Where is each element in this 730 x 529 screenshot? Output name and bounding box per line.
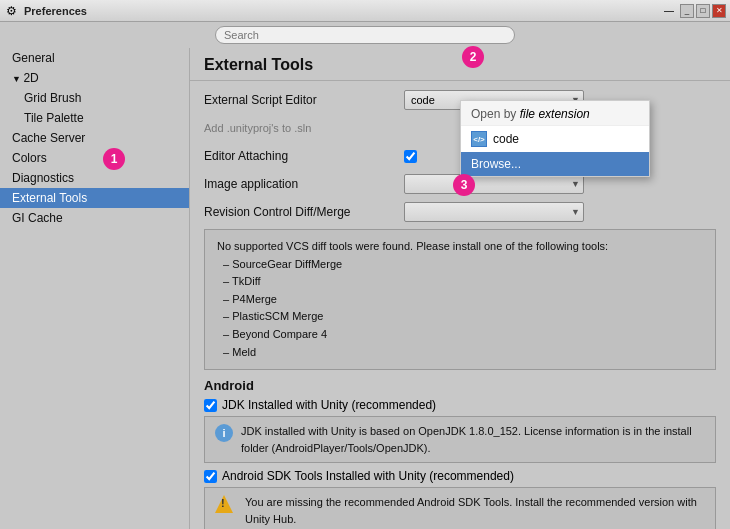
- vcs-message-box: No supported VCS diff tools were found. …: [204, 229, 716, 370]
- editor-attaching-checkbox[interactable]: [404, 150, 417, 163]
- maximize-button[interactable]: □: [696, 4, 710, 18]
- image-app-dropdown[interactable]: [404, 174, 584, 194]
- minimize-icon: —: [664, 5, 674, 16]
- add-unityprojsln-label: Add .unityproj's to .sln: [204, 122, 404, 134]
- jdk-info-box: i JDK installed with Unity is based on O…: [204, 416, 716, 463]
- sidebar-item-general[interactable]: General: [0, 48, 189, 68]
- sdk-info-box: You are missing the recommended Android …: [204, 487, 716, 529]
- main-layout: General 2D Grid Brush Tile Palette Cache…: [0, 48, 730, 529]
- jdk-info-text: JDK installed with Unity is based on Ope…: [241, 423, 705, 456]
- jdk-checkbox-label: JDK Installed with Unity (recommended): [222, 398, 436, 412]
- sdk-checkbox[interactable]: [204, 470, 217, 483]
- editor-attaching-label: Editor Attaching: [204, 149, 404, 163]
- window-icon: ⚙: [6, 4, 20, 18]
- external-script-editor-label: External Script Editor: [204, 93, 404, 107]
- sidebar-item-cache-server[interactable]: Cache Server: [0, 128, 189, 148]
- sidebar-item-colors[interactable]: Colors: [0, 148, 189, 168]
- search-bar: [0, 22, 730, 48]
- window-controls: — _ □ ✕: [664, 4, 726, 18]
- revision-control-label: Revision Control Diff/Merge: [204, 205, 404, 219]
- close-button[interactable]: ✕: [712, 4, 726, 18]
- dropdown-popup: Open by file extension </> code Browse..…: [460, 100, 650, 177]
- sidebar-item-2d[interactable]: 2D: [0, 68, 189, 88]
- revision-control-control: ▼: [404, 202, 716, 222]
- window-title: Preferences: [24, 5, 87, 17]
- revision-dropdown-wrapper: ▼: [404, 202, 584, 222]
- minimize-button[interactable]: _: [680, 4, 694, 18]
- sdk-warn-icon: [215, 495, 233, 513]
- vcs-message-text: No supported VCS diff tools were found. …: [217, 240, 608, 358]
- sdk-checkbox-row: Android SDK Tools Installed with Unity (…: [204, 469, 716, 483]
- image-app-dropdown-wrapper: ▼: [404, 174, 584, 194]
- revision-control-row: Revision Control Diff/Merge ▼: [204, 201, 716, 223]
- sdk-checkbox-label: Android SDK Tools Installed with Unity (…: [222, 469, 514, 483]
- popup-item-browse[interactable]: Browse...: [461, 152, 649, 176]
- sidebar-item-diagnostics[interactable]: Diagnostics: [0, 168, 189, 188]
- sidebar-item-grid-brush[interactable]: Grid Brush: [0, 88, 189, 108]
- search-input[interactable]: [215, 26, 515, 44]
- image-application-label: Image application: [204, 177, 404, 191]
- popup-browse-label: Browse...: [471, 157, 521, 171]
- revision-dropdown[interactable]: [404, 202, 584, 222]
- android-section-title: Android: [204, 378, 716, 393]
- popup-file-extension-text: file extension: [520, 107, 590, 121]
- sidebar-item-tile-palette[interactable]: Tile Palette: [0, 108, 189, 128]
- popup-header: Open by file extension: [461, 101, 649, 126]
- jdk-checkbox-row: JDK Installed with Unity (recommended): [204, 398, 716, 412]
- jdk-checkbox[interactable]: [204, 399, 217, 412]
- sdk-info-text: You are missing the recommended Android …: [245, 494, 705, 527]
- code-app-icon: </>: [471, 131, 487, 147]
- popup-item-code[interactable]: </> code: [461, 126, 649, 152]
- popup-code-label: code: [493, 132, 519, 146]
- sidebar: General 2D Grid Brush Tile Palette Cache…: [0, 48, 190, 529]
- title-bar: ⚙ Preferences — _ □ ✕: [0, 0, 730, 22]
- sidebar-item-external-tools[interactable]: External Tools: [0, 188, 189, 208]
- page-title: External Tools: [190, 48, 730, 81]
- jdk-info-icon: i: [215, 424, 233, 442]
- image-application-control: ▼: [404, 174, 716, 194]
- content-area: External Tools External Script Editor co…: [190, 48, 730, 529]
- sidebar-item-gi-cache[interactable]: GI Cache: [0, 208, 189, 228]
